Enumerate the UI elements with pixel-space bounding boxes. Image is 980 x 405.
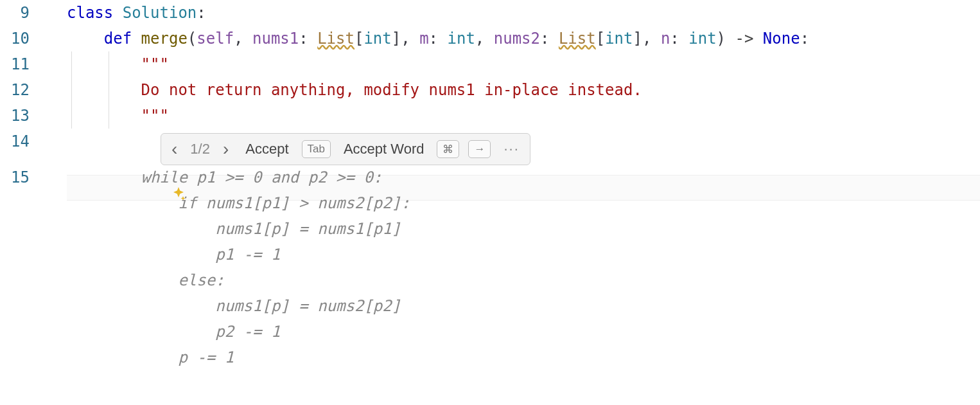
code-line-ghost: p1 -= 1 [0,242,980,267]
code-line-ghost: p2 -= 1 [0,319,980,345]
inline-suggestion-text: p1 -= 1 [67,242,280,267]
tab-key-icon: Tab [302,140,331,158]
inline-suggestion-text: nums1[p] = nums1[p1] [67,216,401,242]
code-line-ghost: nums1[p] = nums1[p1] [0,216,980,242]
line-number: 12 [0,77,41,103]
inline-suggestion-text: p -= 1 [67,345,234,370]
inline-suggestion-text: nums1[p] = nums2[p2] [67,293,401,319]
line-number: 14 [0,129,41,154]
cmd-key-icon: ⌘ [437,140,459,158]
code-line-ghost: nums1[p] = nums2[p2] [0,293,980,319]
suggestion-count: 1/2 [190,141,210,158]
code-content[interactable]: Do not return anything, modify nums1 in-… [67,77,642,103]
accept-word-button[interactable]: Accept Word [340,140,428,159]
code-content[interactable]: def merge(self, nums1: List[int], m: int… [67,26,809,51]
next-suggestion-button[interactable]: › [219,138,232,161]
line-number: 13 [0,103,41,129]
line-number: 11 [0,51,41,77]
code-line[interactable]: 11 """ [0,51,980,77]
more-options-button[interactable]: ··· [500,140,523,159]
code-content[interactable]: """ [67,51,169,77]
code-line[interactable]: 13 """ [0,103,980,129]
ai-sparkle-icon[interactable] [41,129,67,257]
code-content[interactable]: """ [67,103,169,129]
inline-suggestion-text: p2 -= 1 [67,319,280,345]
inline-suggestion-toolbar: ‹ 1/2 › Accept Tab Accept Word ⌘ → ··· [161,133,530,165]
code-line[interactable]: 9 class Solution: [0,0,980,26]
line-number: 15 [0,165,41,190]
code-editor[interactable]: 9 class Solution: 10 def merge(self, num… [0,0,980,370]
inline-suggestion-text: while p1 >= 0 and p2 >= 0: [67,165,382,190]
inline-suggestion-text: else: [67,267,225,293]
code-line-ghost: p -= 1 [0,345,980,370]
accept-button[interactable]: Accept [241,140,292,159]
line-number: 9 [0,0,41,26]
code-line-ghost: else: [0,267,980,293]
prev-suggestion-button[interactable]: ‹ [168,138,181,161]
code-line[interactable]: 10 def merge(self, nums1: List[int], m: … [0,26,980,51]
inline-suggestion-text: if nums1[p1] > nums2[p2]: [67,190,410,216]
arrow-right-key-icon: → [468,140,491,158]
code-content[interactable]: class Solution: [67,0,206,26]
line-number: 10 [0,26,41,51]
code-line[interactable]: 15 while p1 >= 0 and p2 >= 0: [0,165,980,190]
code-line[interactable]: 12 Do not return anything, modify nums1 … [0,77,980,103]
